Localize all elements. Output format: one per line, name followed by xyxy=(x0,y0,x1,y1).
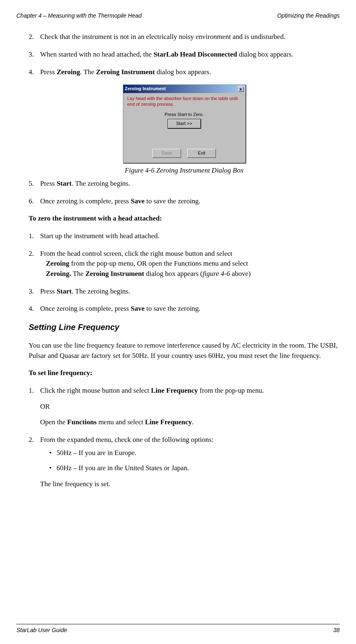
subheading-set-line-frequency: To set line frequency: xyxy=(29,368,340,378)
list-text: Once zeroing is complete, press Save to … xyxy=(40,304,340,314)
bullet-item: 50Hz – If you are in Europe. xyxy=(40,448,340,458)
list-item: 4. Press Zeroing. The Zeroing Instrument… xyxy=(29,67,340,77)
figure-caption: Figure 4-6 Zeroing Instrument Dialog Box xyxy=(29,166,340,176)
list-text: Click the right mouse button and select … xyxy=(40,386,340,428)
list-item: 4. Once zeroing is complete, press Save … xyxy=(29,304,340,314)
list-number: 3. xyxy=(29,50,34,60)
heading-line-frequency: Setting Line Frequency xyxy=(29,321,340,333)
or-text: OR xyxy=(40,402,340,412)
list-text: From the head control screen, click the … xyxy=(40,249,340,279)
list-number: 6. xyxy=(29,196,34,207)
footer-left: StarLab User Guide xyxy=(16,626,67,634)
list-item: 2. Check that the instrument is not in a… xyxy=(29,32,340,42)
footer-right: 38 xyxy=(333,626,340,634)
list-number: 2. xyxy=(29,435,34,445)
page-footer: StarLab User Guide 38 xyxy=(16,624,340,634)
list-item: 2. From the expanded menu, check one of … xyxy=(29,435,340,489)
bullet-item: 60Hz – If you are in the United States o… xyxy=(40,463,340,473)
page-header: Chapter 4 – Measuring with the Thermopil… xyxy=(16,11,340,20)
list-number: 1. xyxy=(29,386,34,396)
paragraph: You can use the line frequency feature t… xyxy=(29,341,340,361)
list-1: 2. Check that the instrument is not in a… xyxy=(29,32,340,77)
header-right: Optimizing the Readings xyxy=(277,11,340,20)
list-item: 1. Click the right mouse button and sele… xyxy=(29,386,340,428)
figure-zeroing-dialog: Zeroing Instrument x Lay head with the a… xyxy=(29,84,340,163)
bullet-list: 50Hz – If you are in Europe. 60Hz – If y… xyxy=(40,448,340,473)
save-button[interactable]: Save xyxy=(152,149,181,158)
list-text: Once zeroing is complete, press Save to … xyxy=(40,196,340,207)
start-button[interactable]: Start >> xyxy=(168,119,201,128)
closing-text: The line frequency is set. xyxy=(40,480,110,488)
subheading-zero-with-head: To zero the instrument with a head attac… xyxy=(29,214,340,224)
list-number: 4. xyxy=(29,304,34,314)
dialog-start-label: Press Start to Zero. xyxy=(127,112,241,118)
dialog-titlebar: Zeroing Instrument x xyxy=(123,85,245,93)
list-item: 1. Start up the instrument with head att… xyxy=(29,231,340,241)
dialog-body: Lay head with the absorber face down on … xyxy=(123,93,245,162)
content: 2. Check that the instrument is not in a… xyxy=(16,32,340,489)
exit-button[interactable]: Exit xyxy=(187,149,216,158)
list-4: 1. Click the right mouse button and sele… xyxy=(29,386,340,489)
list-2: 5. Press Start. The zeroing begins. 6. O… xyxy=(29,179,340,206)
list-number: 2. xyxy=(29,249,34,259)
list-number: 4. xyxy=(29,67,34,77)
header-left: Chapter 4 – Measuring with the Thermopil… xyxy=(16,11,142,20)
list-text: Check that the instrument is not in an e… xyxy=(40,32,340,42)
list-item: 3. When started with no head attached, t… xyxy=(29,50,340,60)
list-text: Press Start. The zeroing begins. xyxy=(40,179,340,189)
dialog-zeroing-instrument: Zeroing Instrument x Lay head with the a… xyxy=(123,84,246,163)
list-item: 3. Press Start. The zeroing begins. xyxy=(29,287,340,297)
list-3: 1. Start up the instrument with head att… xyxy=(29,231,340,314)
dialog-message: Lay head with the absorber face down on … xyxy=(127,96,241,107)
list-item: 5. Press Start. The zeroing begins. xyxy=(29,179,340,189)
list-text: From the expanded menu, check one of the… xyxy=(40,435,340,489)
dialog-title: Zeroing Instrument xyxy=(125,86,166,92)
list-text: Press Zeroing. The Zeroing Instrument di… xyxy=(40,67,340,77)
list-number: 3. xyxy=(29,287,34,297)
list-text: Start up the instrument with head attach… xyxy=(40,231,340,241)
list-item: 6. Once zeroing is complete, press Save … xyxy=(29,196,340,207)
close-icon[interactable]: x xyxy=(238,86,244,92)
list-number: 5. xyxy=(29,179,34,189)
list-text: When started with no head attached, the … xyxy=(40,50,340,60)
list-item: 2. From the head control screen, click t… xyxy=(29,249,340,279)
list-number: 1. xyxy=(29,231,34,241)
list-number: 2. xyxy=(29,32,34,42)
list-text: Press Start. The zeroing begins. xyxy=(40,287,340,297)
